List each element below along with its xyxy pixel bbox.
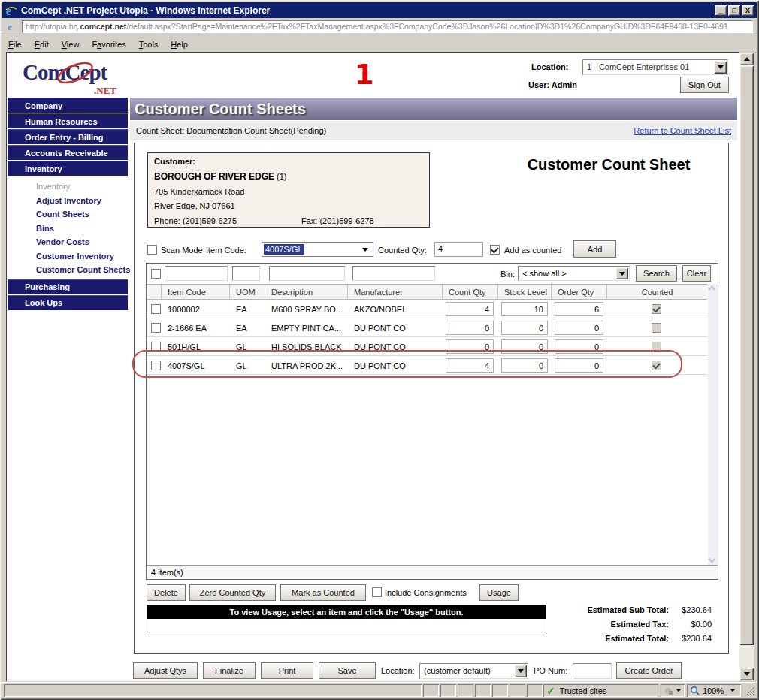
create-order-button[interactable]: Create Order <box>616 662 682 679</box>
add-button[interactable]: Add <box>573 240 616 258</box>
col-header-manufacturer[interactable]: Manufacturer <box>348 285 443 300</box>
stock-level-input[interactable]: 10 <box>501 302 548 316</box>
clear-button[interactable]: Clear <box>682 265 711 282</box>
location-dropdown-arrow[interactable] <box>714 61 727 74</box>
count-qty-input[interactable]: 0 <box>446 321 494 335</box>
po-num-input[interactable] <box>573 663 612 679</box>
sign-out-button[interactable]: Sign Out <box>680 77 729 93</box>
sidebar-subitem-bins[interactable]: Bins <box>8 222 128 236</box>
browser-scrollbar[interactable] <box>739 53 754 680</box>
menu-help[interactable]: Help <box>171 40 188 49</box>
status-bar: ✓ Trusted sites 100% <box>2 682 757 698</box>
url-field[interactable]: http://utopia.hq.comcept.net/default.asp… <box>22 20 753 33</box>
sidebar-item-human-resources[interactable]: Human Resources <box>8 113 128 128</box>
maximize-button[interactable]: □ <box>728 5 740 16</box>
cell-description: EMPTY PINT CA... <box>271 318 341 337</box>
col-header-uom[interactable]: UOM <box>230 285 265 300</box>
customer-address1: 705 Kinderkamack Road <box>154 185 423 200</box>
order-qty-input[interactable]: 6 <box>555 302 603 316</box>
location-value: 1 - ComCept Enterprises 01 <box>587 62 689 71</box>
sidebar-item-look-ups[interactable]: Look Ups <box>8 295 128 310</box>
sidebar-subitem-adjust-inventory[interactable]: Adjust Inventory <box>8 194 128 208</box>
status-cell <box>423 684 439 697</box>
delete-button[interactable]: Delete <box>147 584 186 601</box>
grid-scroll-down-icon[interactable] <box>709 556 716 563</box>
scan-mode-checkbox[interactable] <box>147 245 157 255</box>
adjust-qtys-button[interactable]: Adjust Qtys <box>133 662 198 679</box>
return-link[interactable]: Return to Count Sheet List <box>634 126 731 135</box>
footer-location-dropdown-arrow[interactable] <box>514 665 527 677</box>
usage-button[interactable]: Usage <box>479 584 519 601</box>
sidebar-subitem-customer-inventory[interactable]: Customer Inventory <box>8 249 128 264</box>
scroll-thumb[interactable] <box>739 65 754 645</box>
menu-edit[interactable]: Edit <box>35 40 49 49</box>
resize-grip[interactable] <box>745 686 755 696</box>
footer-location-value: (customer default) <box>424 666 491 675</box>
save-button[interactable]: Save <box>319 662 376 679</box>
col-header-description[interactable]: Description <box>265 285 348 300</box>
cell-description: M600 SPRAY BO... <box>271 300 343 318</box>
menu-file[interactable]: File <box>8 40 22 49</box>
sidebar-item-accounts-receivable[interactable]: Accounts Receivable <box>8 145 128 160</box>
mark-as-counted-button[interactable]: Mark as Counted <box>280 584 366 601</box>
total-label: Estimated Total: <box>556 634 669 643</box>
status-cell <box>492 684 508 697</box>
sidebar-subitem-vendor-costs[interactable]: Vendor Costs <box>8 235 128 249</box>
item-code-combo[interactable]: 4007S/GL <box>262 242 373 257</box>
protected-mode-panel[interactable] <box>661 684 685 697</box>
menu-tools[interactable]: Tools <box>139 40 159 49</box>
item-code-dropdown-arrow[interactable] <box>362 248 368 252</box>
sidebar-item-inventory[interactable]: Inventory <box>8 161 128 176</box>
sidebar-subitem-customer-count-sheets[interactable]: Customer Count Sheets <box>8 263 128 277</box>
sidebar-item-order-entry-billing[interactable]: Order Entry - Billing <box>8 129 128 144</box>
col-header-order-qty[interactable]: Order Qty <box>552 285 607 300</box>
status-cell <box>475 684 491 697</box>
ie-logo-icon: e <box>5 5 17 17</box>
filter-description-input[interactable] <box>269 266 345 281</box>
col-header-stock-level[interactable]: Stock Level <box>498 285 552 300</box>
count-qty-input[interactable]: 4 <box>446 302 494 316</box>
filter-uom-input[interactable] <box>232 266 260 281</box>
filter-item-code-input[interactable] <box>165 266 228 281</box>
sidebar-subitem-count-sheets[interactable]: Count Sheets <box>8 207 128 222</box>
menu-favorites[interactable]: Favorites <box>92 40 125 49</box>
grid-scroll-up-icon[interactable] <box>709 286 716 294</box>
add-as-counted-checkbox[interactable] <box>490 245 500 255</box>
minimize-button[interactable]: _ <box>715 5 727 16</box>
col-header-counted[interactable]: Counted <box>607 285 707 300</box>
scroll-up-button[interactable] <box>739 53 754 65</box>
bin-select[interactable]: < show all > <box>518 266 630 281</box>
row-checkbox[interactable] <box>151 323 161 333</box>
footer-location-select[interactable]: (customer default) <box>419 663 528 679</box>
filter-manufacturer-input[interactable] <box>352 266 435 281</box>
row-checkbox[interactable] <box>151 304 161 314</box>
grid-scrollbar[interactable] <box>708 284 718 565</box>
counted-checkbox[interactable] <box>652 323 661 333</box>
zoom-panel[interactable]: 100% <box>687 684 741 697</box>
zero-counted-qty-button[interactable]: Zero Counted Qty <box>189 584 276 601</box>
annotation-oval <box>132 350 682 378</box>
scroll-down-button[interactable] <box>739 668 754 680</box>
cell-manufacturer: AKZO/NOBEL <box>354 300 407 318</box>
sidebar-item-purchasing[interactable]: Purchasing <box>8 279 128 294</box>
menu-view[interactable]: View <box>62 40 80 49</box>
counted-checkbox[interactable] <box>652 304 661 314</box>
finalize-button[interactable]: Finalize <box>203 662 256 679</box>
sidebar-item-company[interactable]: Company <box>8 98 128 113</box>
counted-qty-label: Counted Qty: <box>378 246 427 255</box>
search-button[interactable]: Search <box>636 265 677 282</box>
close-button[interactable]: X <box>742 5 754 16</box>
order-qty-input[interactable]: 0 <box>555 321 603 335</box>
col-header-count-qty[interactable]: Count Qty <box>443 285 498 300</box>
bin-dropdown-arrow[interactable] <box>615 267 628 279</box>
print-button[interactable]: Print <box>261 662 313 679</box>
sidebar-subitem-inventory: Inventory <box>8 180 128 194</box>
counted-qty-input[interactable]: 4 <box>434 242 483 257</box>
select-all-checkbox[interactable] <box>151 269 161 279</box>
svg-text:e: e <box>8 21 12 32</box>
location-select[interactable]: 1 - ComCept Enterprises 01 <box>582 59 728 75</box>
include-consignments-checkbox[interactable] <box>372 587 382 597</box>
stock-level-input[interactable]: 0 <box>501 321 548 335</box>
col-header-item-code[interactable]: Item Code <box>162 285 230 300</box>
annotation-number-1: 1 <box>355 59 374 91</box>
